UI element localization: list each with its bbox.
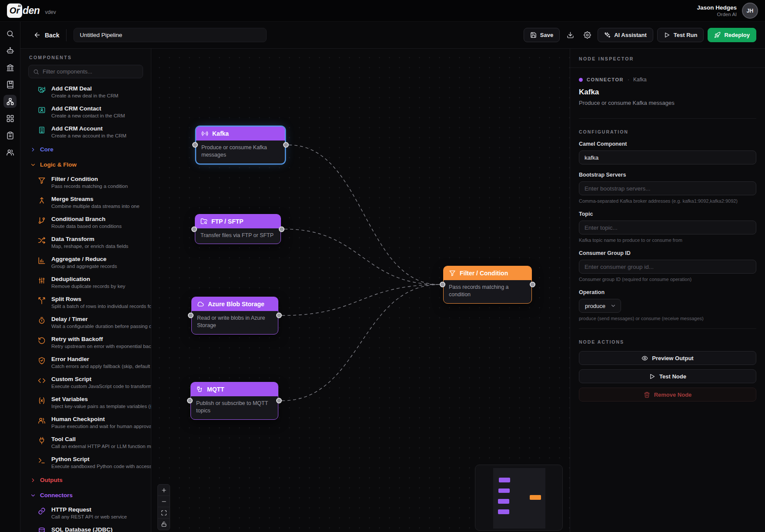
- database-icon: [38, 526, 46, 532]
- component-merge-streams[interactable]: Merge StreamsCombine multiple data strea…: [20, 192, 151, 212]
- test-node-button[interactable]: Test Node: [579, 369, 756, 383]
- component-retry-with-backoff[interactable]: Retry with BackoffRetry upstream on erro…: [20, 332, 151, 352]
- component-filter-condition[interactable]: Filter / ConditionPass records matching …: [20, 172, 151, 192]
- logo-mark: Or AI: [7, 3, 22, 18]
- component-split-rows[interactable]: Split RowsSplit a batch of rows into ind…: [20, 292, 151, 312]
- node-input-handle[interactable]: [191, 226, 197, 232]
- edge-mqtt-filter[interactable]: [282, 284, 440, 401]
- node-filter[interactable]: Filter / ConditionPass records matching …: [443, 266, 532, 304]
- node-ftp[interactable]: FTP / SFTPTransfer files via FTP or SFTP: [195, 214, 281, 244]
- bot-icon: [6, 47, 14, 55]
- node-output-handle[interactable]: [530, 282, 535, 288]
- operation-select[interactable]: produce: [579, 299, 621, 313]
- pipeline-title-input[interactable]: [73, 28, 267, 42]
- node-description: Pass records matching a condition: [444, 280, 531, 303]
- rail-apps[interactable]: [3, 112, 17, 125]
- avatar[interactable]: JH: [742, 3, 758, 19]
- component-description: Split a batch of rows into individual re…: [51, 304, 151, 309]
- node-azure[interactable]: Azure Blob StorageRead or write blobs in…: [191, 297, 278, 335]
- download-icon: [567, 31, 574, 39]
- node-mqtt[interactable]: MQTTPublish or subscribe to MQTT topics: [190, 382, 278, 420]
- node-kafka[interactable]: KafkaProduce or consume Kafka messages: [196, 126, 285, 164]
- edge-kafka-filter[interactable]: [289, 145, 440, 284]
- node-description: Transfer files via FTP or SFTP: [195, 228, 281, 244]
- component-http-request[interactable]: HTTP RequestCall any REST API or web ser…: [20, 503, 151, 523]
- component-deduplication[interactable]: DeduplicationRemove duplicate records by…: [20, 272, 151, 292]
- gear-icon: [584, 31, 591, 39]
- variable-icon: [38, 396, 46, 405]
- settings-button[interactable]: [581, 29, 594, 42]
- component-add-crm-account[interactable]: Add CRM AccountCreate a new account in t…: [20, 122, 151, 142]
- component-sql-database-jdbc[interactable]: SQL Database (JDBC)Query or write to any…: [20, 523, 151, 532]
- section-core[interactable]: Core: [20, 142, 151, 157]
- component-add-crm-deal[interactable]: Add CRM DealCreate a new deal in the CRM: [20, 82, 151, 102]
- component-aggregate-reduce[interactable]: Aggregate / ReduceGroup and aggregate re…: [20, 252, 151, 272]
- component-text: Filter / ConditionPass records matching …: [51, 176, 151, 189]
- component-set-variables[interactable]: Set VariablesInject key-value pairs as t…: [20, 392, 151, 412]
- section-connectors[interactable]: Connectors: [20, 488, 151, 503]
- section-outputs[interactable]: Outputs: [20, 472, 151, 488]
- rail-assistants[interactable]: [3, 44, 17, 57]
- ai-assistant-button[interactable]: AI Assistant: [598, 28, 653, 42]
- section-label: Outputs: [40, 477, 63, 483]
- component-custom-script[interactable]: Custom ScriptExecute custom JavaScript c…: [20, 372, 151, 392]
- component-description: Catch errors and apply fallback (skip, d…: [51, 364, 151, 369]
- remove-node-button[interactable]: Remove Node: [579, 388, 756, 402]
- edge-ftp-filter[interactable]: [284, 229, 440, 285]
- save-button[interactable]: Save: [524, 28, 560, 42]
- zoom-in-button[interactable]: [158, 485, 170, 496]
- redeploy-button[interactable]: Redeploy: [708, 28, 756, 42]
- node-output-handle[interactable]: [279, 226, 284, 232]
- topic-input[interactable]: [579, 221, 756, 234]
- test-run-button[interactable]: Test Run: [657, 28, 704, 42]
- node-input-handle[interactable]: [192, 142, 198, 148]
- component-filter-input[interactable]: [43, 68, 138, 75]
- component-add-crm-contact[interactable]: Add CRM ContactCreate a new contact in t…: [20, 102, 151, 122]
- zoom-controls: [157, 484, 170, 530]
- component-text: Custom ScriptExecute custom JavaScript c…: [51, 376, 151, 389]
- field-help: Comma-separated Kafka broker addresses (…: [579, 198, 756, 204]
- consumer-group-id-input[interactable]: [579, 260, 756, 274]
- component-python-script[interactable]: Python ScriptExecute sandboxed Python co…: [20, 452, 151, 472]
- rail-pipelines[interactable]: [3, 95, 17, 108]
- rail-tasks[interactable]: [3, 129, 17, 142]
- rail-organization[interactable]: [3, 61, 17, 74]
- component-tool-call[interactable]: Tool CallCall an external HTTP API or LL…: [20, 432, 151, 452]
- fit-view-button[interactable]: [158, 507, 170, 519]
- edge-azure-filter[interactable]: [282, 284, 440, 315]
- bootstrap-servers-input[interactable]: [579, 181, 756, 195]
- component-error-handler[interactable]: Error HandlerCatch errors and apply fall…: [20, 352, 151, 372]
- zoom-out-button[interactable]: [158, 496, 170, 507]
- minimap[interactable]: [475, 465, 563, 531]
- node-output-handle[interactable]: [276, 313, 282, 318]
- field-label: Camel Component: [579, 141, 756, 147]
- node-input-handle[interactable]: [187, 398, 193, 404]
- download-button[interactable]: [564, 29, 577, 42]
- node-input-handle[interactable]: [188, 313, 194, 318]
- component-title: Conditional Branch: [51, 216, 151, 222]
- component-title: Python Script: [51, 456, 151, 462]
- component-title: Retry with Backoff: [51, 336, 151, 342]
- component-text: HTTP RequestCall any REST API or web ser…: [51, 506, 151, 519]
- component-delay-timer[interactable]: Delay / TimerWait a configurable duratio…: [20, 312, 151, 332]
- component-filter[interactable]: [28, 65, 143, 78]
- node-output-handle[interactable]: [283, 142, 289, 148]
- back-button[interactable]: Back: [33, 31, 59, 39]
- component-title: Aggregate / Reduce: [51, 256, 151, 262]
- component-conditional-branch[interactable]: Conditional BranchRoute data based on co…: [20, 212, 151, 232]
- component-human-checkpoint[interactable]: Human CheckpointPause execution and wait…: [20, 412, 151, 432]
- component-data-transform[interactable]: Data TransformMap, reshape, or enrich da…: [20, 232, 151, 252]
- lock-toggle-button[interactable]: [158, 519, 170, 530]
- node-output-handle[interactable]: [276, 398, 282, 404]
- pipeline-canvas[interactable]: KafkaProduce or consume Kafka messagesFT…: [151, 49, 570, 532]
- building-icon: [38, 125, 46, 134]
- rail-team[interactable]: [3, 146, 17, 159]
- field-topic: TopicKafka topic name to produce to or c…: [579, 211, 756, 243]
- preview-output-button[interactable]: Preview Output: [579, 351, 756, 365]
- node-input-handle[interactable]: [440, 282, 445, 288]
- component-text: SQL Database (JDBC)Query or write to any…: [51, 526, 151, 532]
- rail-library[interactable]: [3, 78, 17, 91]
- rail-search[interactable]: [3, 27, 17, 40]
- section-logic-flow[interactable]: Logic & Flow: [20, 157, 151, 172]
- camel-component-input[interactable]: [579, 151, 756, 164]
